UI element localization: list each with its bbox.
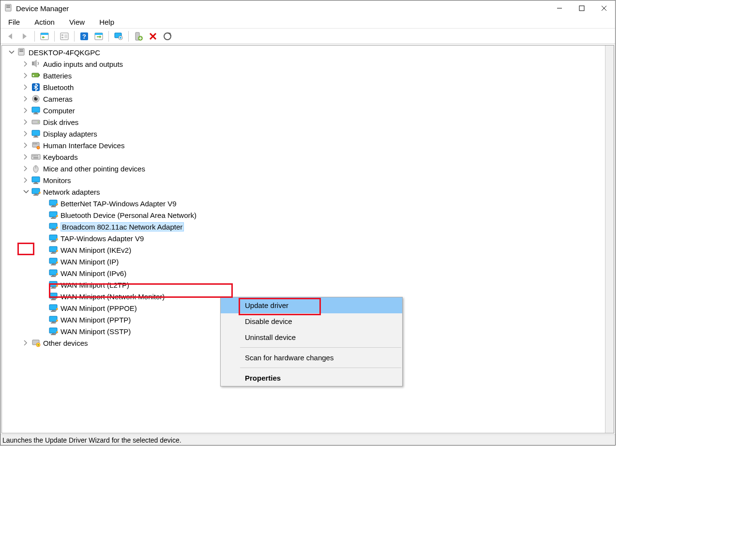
- tree-root-label: DESKTOP-4FQKGPC: [29, 48, 100, 57]
- tree-device-label: WAN Miniport (L2TP): [60, 281, 129, 289]
- maximize-button[interactable]: [571, 0, 593, 16]
- tree-device[interactable]: WAN Miniport (IKEv2): [2, 244, 614, 256]
- hid-icon: [31, 141, 41, 150]
- battery-icon: [31, 71, 41, 80]
- tree-category-label: Other devices: [43, 339, 88, 347]
- network-icon: [31, 187, 41, 196]
- tree-device[interactable]: Bluetooth Device (Personal Area Network): [2, 209, 614, 221]
- tree-device-label: WAN Miniport (IP): [60, 258, 119, 266]
- context-menu-separator: [240, 347, 401, 348]
- bluetooth-icon: [31, 83, 41, 92]
- context-menu-item[interactable]: Scan for hardware changes: [221, 350, 402, 366]
- disable-button[interactable]: [161, 30, 174, 43]
- tree-category-label: Computer: [43, 107, 75, 115]
- toolbar: [0, 29, 615, 44]
- context-menu: Update driverDisable deviceUninstall dev…: [220, 297, 403, 386]
- expand-right-icon[interactable]: [22, 176, 30, 184]
- tree-category-label: Monitors: [43, 176, 71, 185]
- scan-hardware-button[interactable]: [112, 30, 125, 43]
- tree-category[interactable]: Display adapters: [2, 128, 614, 139]
- tree-category[interactable]: Disk drives: [2, 116, 614, 128]
- forward-button[interactable]: [18, 30, 31, 43]
- tree-category[interactable]: Computer: [2, 105, 614, 116]
- tree-category-label: Network adapters: [43, 188, 100, 196]
- minimize-button[interactable]: [548, 0, 571, 16]
- tree-category-label: Display adapters: [43, 130, 97, 138]
- network-adapter-icon: [48, 257, 58, 266]
- tree-device[interactable]: BetterNet TAP-Windows Adapter V9: [2, 198, 614, 209]
- expand-right-icon[interactable]: [22, 339, 30, 347]
- tree-category-label: Keyboards: [43, 153, 78, 161]
- context-menu-item[interactable]: Uninstall device: [221, 329, 402, 345]
- tree-category[interactable]: Network adapters: [2, 186, 614, 198]
- expand-right-icon[interactable]: [22, 141, 30, 149]
- audio-icon: [31, 60, 41, 68]
- tree-category[interactable]: Cameras: [2, 93, 614, 105]
- tree-device-label: WAN Miniport (PPPOE): [60, 304, 137, 312]
- network-adapter-icon: [48, 269, 58, 277]
- tree-category-label: Cameras: [43, 95, 73, 103]
- tree-category-label: Human Interface Devices: [43, 141, 124, 150]
- properties-button[interactable]: [58, 30, 71, 43]
- tree-category-label: Batteries: [43, 72, 72, 80]
- expand-right-icon[interactable]: [22, 83, 30, 91]
- tree-category[interactable]: Monitors: [2, 174, 614, 186]
- context-menu-item[interactable]: Disable device: [221, 313, 402, 329]
- uninstall-button[interactable]: [146, 30, 160, 43]
- tree-category[interactable]: Audio inputs and outputs: [2, 58, 614, 70]
- tree-device[interactable]: TAP-Windows Adapter V9: [2, 232, 614, 244]
- title-bar: Device Manager: [0, 0, 615, 16]
- mouse-icon: [31, 164, 41, 173]
- tree-category[interactable]: Bluetooth: [2, 81, 614, 93]
- context-menu-item[interactable]: Properties: [221, 370, 402, 386]
- expand-down-icon[interactable]: [8, 48, 15, 56]
- tree-device[interactable]: WAN Miniport (IPv6): [2, 267, 614, 279]
- app-icon: [3, 3, 13, 13]
- menu-file[interactable]: File: [5, 17, 23, 27]
- disk-icon: [31, 118, 41, 126]
- help-button[interactable]: [77, 30, 91, 43]
- tree-device-label: WAN Miniport (IPv6): [60, 269, 126, 277]
- status-bar: Launches the Update Driver Wizard for th…: [0, 434, 615, 445]
- action-pane-button[interactable]: [92, 30, 106, 43]
- tree-category[interactable]: Keyboards: [2, 151, 614, 163]
- network-adapter-icon: [48, 199, 58, 208]
- device-manager-window: Device Manager File Action View Help DES…: [0, 0, 616, 446]
- close-button[interactable]: [593, 0, 615, 16]
- keyboard-icon: [31, 153, 41, 161]
- tree-device[interactable]: Broadcom 802.11ac Network Adapter: [2, 221, 614, 232]
- tree-root[interactable]: DESKTOP-4FQKGPC: [2, 46, 614, 58]
- menu-action[interactable]: Action: [31, 17, 58, 27]
- expand-right-icon[interactable]: [22, 60, 30, 68]
- expand-right-icon[interactable]: [22, 118, 30, 126]
- tree-device[interactable]: WAN Miniport (IP): [2, 256, 614, 267]
- menu-view[interactable]: View: [66, 17, 88, 27]
- camera-icon: [31, 94, 41, 103]
- back-button[interactable]: [3, 30, 17, 43]
- expand-right-icon[interactable]: [22, 72, 30, 79]
- context-menu-item[interactable]: Update driver: [221, 297, 402, 313]
- tree-category-label: Bluetooth: [43, 83, 74, 92]
- menu-help[interactable]: Help: [96, 17, 117, 27]
- network-adapter-icon: [48, 222, 58, 231]
- tree-device[interactable]: WAN Miniport (L2TP): [2, 279, 614, 291]
- tree-category[interactable]: Human Interface Devices: [2, 139, 614, 151]
- network-adapter-icon: [48, 315, 58, 324]
- computer-icon: [31, 106, 41, 115]
- tree-category[interactable]: Batteries: [2, 70, 614, 81]
- network-adapter-icon: [48, 246, 58, 254]
- tree-category[interactable]: Mice and other pointing devices: [2, 163, 614, 174]
- network-adapter-icon: [48, 292, 58, 301]
- expand-right-icon[interactable]: [22, 130, 30, 138]
- update-driver-button[interactable]: [132, 30, 145, 43]
- expand-right-icon[interactable]: [22, 107, 30, 114]
- tree-device-label: WAN Miniport (SSTP): [60, 327, 131, 336]
- show-hide-tree-button[interactable]: [38, 30, 51, 43]
- expand-right-icon[interactable]: [22, 165, 30, 172]
- network-adapter-icon: [48, 280, 58, 289]
- monitor-icon: [31, 176, 41, 185]
- expand-down-icon[interactable]: [22, 188, 30, 196]
- expand-right-icon[interactable]: [22, 153, 30, 161]
- network-adapter-icon: [48, 304, 58, 312]
- expand-right-icon[interactable]: [22, 95, 30, 103]
